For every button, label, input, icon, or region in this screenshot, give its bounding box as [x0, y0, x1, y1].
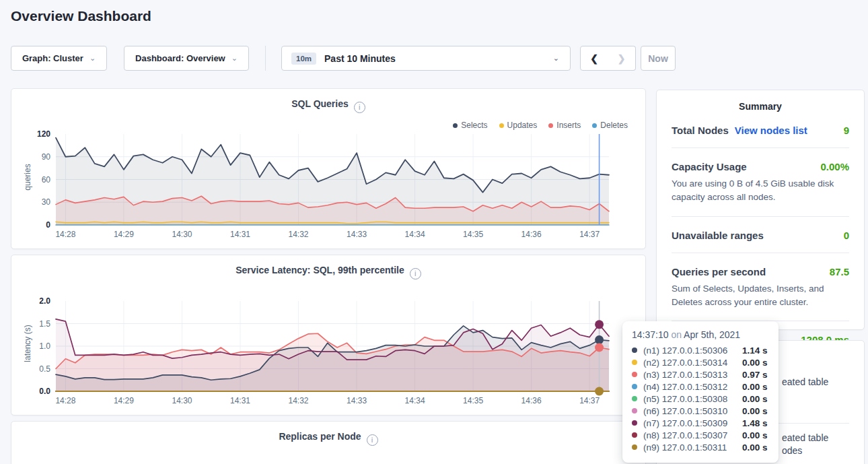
chevron-down-icon: ⌄ — [231, 54, 238, 63]
time-range-badge: 10m — [291, 53, 316, 65]
event-item[interactable]: eated table — [782, 432, 828, 443]
x-axis-tick: 14:30 — [172, 230, 192, 239]
x-axis-tick: 14:31 — [230, 396, 250, 405]
graph-dropdown[interactable]: Graph: Cluster ⌄ — [11, 46, 107, 71]
chevron-left-icon: ❮ — [590, 53, 598, 64]
info-icon[interactable]: i — [410, 268, 421, 279]
tooltip-timestamp: 14:37:10 on Apr 5th, 2021 — [632, 329, 769, 340]
node-color-dot-icon — [632, 347, 637, 353]
tooltip-node-value: 0.97 s — [742, 370, 768, 380]
legend-dot-icon — [499, 123, 504, 128]
summary-row: Queries per second87.5Sum of Selects, Up… — [672, 253, 849, 321]
summary-label: Total Nodes — [672, 125, 729, 136]
replicas-per-node-card: Replicas per Nodei — [11, 421, 646, 464]
tooltip-node-row: (n4) 127.0.0.1:503120.00 s — [632, 380, 769, 393]
replicas-per-node-title: Replicas per Node — [279, 431, 361, 442]
x-axis-tick: 14:33 — [347, 230, 367, 239]
event-item[interactable]: odes — [782, 445, 802, 456]
tooltip-time: 14:37:10 — [632, 329, 669, 340]
tooltip-node-value: 0.00 s — [742, 406, 768, 416]
info-icon[interactable]: i — [367, 434, 378, 446]
x-axis-tick: 14:35 — [463, 396, 483, 405]
tooltip-node-row: (n6) 127.0.0.1:503100.00 s — [632, 405, 769, 417]
tooltip-node-value: 1.48 s — [742, 418, 768, 428]
service-latency-plot[interactable]: 14:2814:2914:3014:3114:3214:3314:3414:35… — [56, 301, 609, 391]
summary-label: Queries per second — [672, 266, 766, 277]
tooltip-node-label: (n3) 127.0.0.1:50313 — [643, 370, 742, 380]
summary-row-line: Queries per second87.5 — [672, 266, 849, 277]
overview-dashboard-page: Overview Dashboard Graph: Cluster ⌄ Dash… — [0, 0, 868, 464]
x-axis-tick: 14:34 — [405, 230, 425, 239]
tooltip-node-value: 0.00 s — [742, 382, 768, 392]
x-axis-tick: 14:28 — [55, 396, 75, 405]
time-next-button[interactable]: ❯ — [608, 46, 636, 71]
chart-legend: SelectsUpdatesInsertsDeletes — [453, 121, 628, 130]
legend-item-inserts[interactable]: Inserts — [548, 121, 581, 130]
sql-queries-card: SQL Queriesi SelectsUpdatesInsertsDelete… — [11, 88, 646, 249]
tooltip-node-row: (n2) 127.0.0.1:503140.00 s — [632, 356, 769, 368]
tooltip-node-label: (n9) 127.0.0.1:50311 — [643, 442, 742, 453]
view-nodes-list-link[interactable]: View nodes list — [735, 125, 807, 136]
summary-row: Total NodesView nodes list9 — [672, 112, 849, 147]
summary-row: Capacity Usage0.00%You are using 0 B of … — [672, 147, 849, 216]
tooltip-node-value: 0.00 s — [742, 442, 768, 453]
chevron-down-icon: ⌄ — [89, 54, 96, 63]
legend-item-updates[interactable]: Updates — [499, 121, 538, 130]
y-axis-tick: 0 — [21, 220, 50, 230]
event-item[interactable]: eated table — [782, 376, 828, 387]
time-prev-button[interactable]: ❮ — [580, 46, 608, 71]
x-axis-tick: 14:36 — [521, 230, 542, 239]
summary-value: 9 — [844, 125, 849, 136]
tooltip-rows: (n1) 127.0.0.1:503061.14 s(n2) 127.0.0.1… — [632, 344, 769, 453]
tooltip-node-row: (n3) 127.0.0.1:503130.97 s — [632, 368, 769, 380]
chevron-right-icon: ❯ — [618, 53, 626, 64]
y-axis-tick: 1.0 — [21, 341, 50, 351]
tooltip-node-label: (n6) 127.0.0.1:50310 — [643, 406, 742, 416]
tooltip-node-row: (n7) 127.0.0.1:503091.48 s — [632, 417, 769, 429]
chevron-down-icon: ⌄ — [553, 54, 559, 63]
x-axis-tick: 14:32 — [289, 396, 309, 405]
x-axis-tick: 14:35 — [463, 230, 483, 239]
summary-subtext: You are using 0 B of 4.5 GiB usable disk… — [672, 177, 849, 205]
legend-dot-icon — [592, 123, 597, 128]
legend-label: Inserts — [556, 121, 581, 130]
x-axis-tick: 14:29 — [114, 396, 134, 405]
time-range-selector[interactable]: 10m Past 10 Minutes ⌄ — [281, 46, 571, 71]
legend-dot-icon — [453, 123, 458, 128]
x-axis-tick: 14:37 — [579, 230, 600, 239]
dashboard-dropdown-label: Dashboard: Overview — [135, 53, 225, 63]
tooltip-node-value: 0.00 s — [742, 394, 768, 404]
y-axis-tick: 1.5 — [21, 319, 50, 329]
x-axis-tick: 14:33 — [347, 396, 367, 405]
legend-item-deletes[interactable]: Deletes — [592, 121, 628, 130]
tooltip-node-row: (n8) 127.0.0.1:503070.00 s — [632, 429, 769, 441]
sql-queries-title: SQL Queries — [291, 98, 349, 109]
tooltip-node-value: 1.14 s — [742, 345, 768, 356]
legend-dot-icon — [548, 123, 553, 128]
summary-value: 0 — [844, 230, 849, 241]
legend-label: Updates — [507, 121, 538, 130]
sql-queries-plot[interactable]: 14:2814:2914:3014:3114:3214:3314:3414:35… — [56, 134, 609, 225]
summary-value: 87.5 — [830, 266, 849, 277]
legend-item-selects[interactable]: Selects — [453, 121, 487, 130]
node-color-dot-icon — [632, 372, 637, 377]
tooltip-node-value: 0.00 s — [742, 358, 768, 368]
time-now-button[interactable]: Now — [641, 46, 676, 71]
legend-label: Deletes — [600, 121, 628, 130]
info-icon[interactable]: i — [354, 102, 365, 113]
y-axis-tick: 120 — [21, 129, 50, 139]
x-axis-tick: 14:32 — [289, 230, 309, 239]
summary-card: Summary Total NodesView nodes list9Capac… — [656, 90, 865, 330]
tooltip-node-label: (n5) 127.0.0.1:50308 — [643, 394, 742, 404]
tooltip-node-row: (n1) 127.0.0.1:503061.14 s — [632, 344, 769, 356]
y-axis-tick: 2.0 — [21, 296, 50, 306]
x-axis-tick: 14:34 — [405, 396, 425, 405]
summary-rows: Total NodesView nodes list9Capacity Usag… — [657, 112, 864, 357]
tooltip-date: Apr 5th, 2021 — [684, 329, 740, 340]
tooltip-node-label: (n2) 127.0.0.1:50314 — [643, 358, 742, 368]
x-axis-tick: 14:30 — [172, 396, 192, 405]
legend-label: Selects — [461, 121, 487, 130]
chart-title: Service Latency: SQL, 99th percentilei — [11, 265, 645, 279]
dashboard-dropdown[interactable]: Dashboard: Overview ⌄ — [124, 46, 249, 71]
node-color-dot-icon — [632, 384, 637, 389]
